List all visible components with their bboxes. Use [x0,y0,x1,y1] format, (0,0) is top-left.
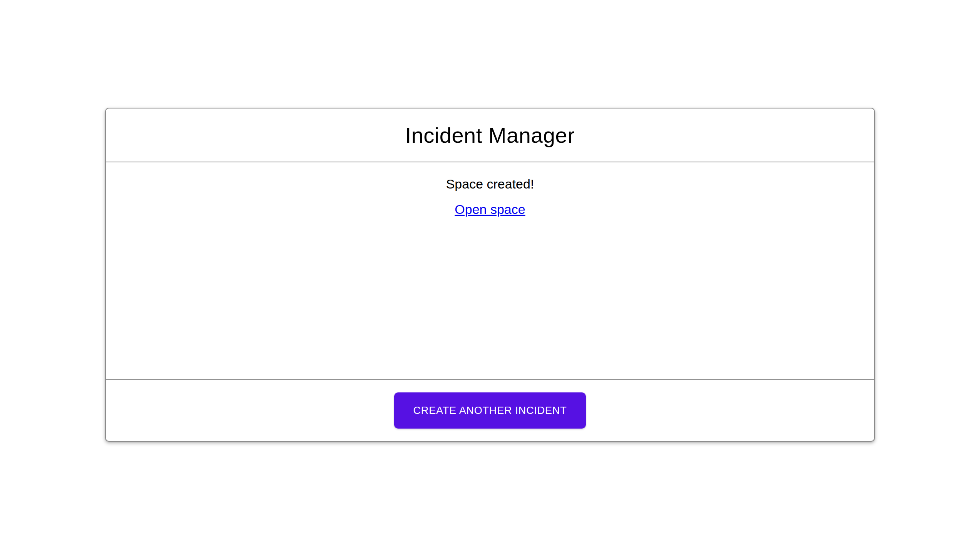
card-header: Incident Manager [106,108,874,162]
link-row: Open space [106,202,874,217]
card-actions: CREATE ANOTHER INCIDENT [106,380,874,441]
status-message: Space created! [106,176,874,192]
app-title: Incident Manager [405,123,575,148]
create-another-incident-button[interactable]: CREATE ANOTHER INCIDENT [394,392,586,429]
page: Incident Manager Space created! Open spa… [0,0,980,549]
incident-manager-card: Incident Manager Space created! Open spa… [105,108,875,442]
card-content: Space created! Open space [106,162,874,380]
open-space-link[interactable]: Open space [455,202,525,217]
